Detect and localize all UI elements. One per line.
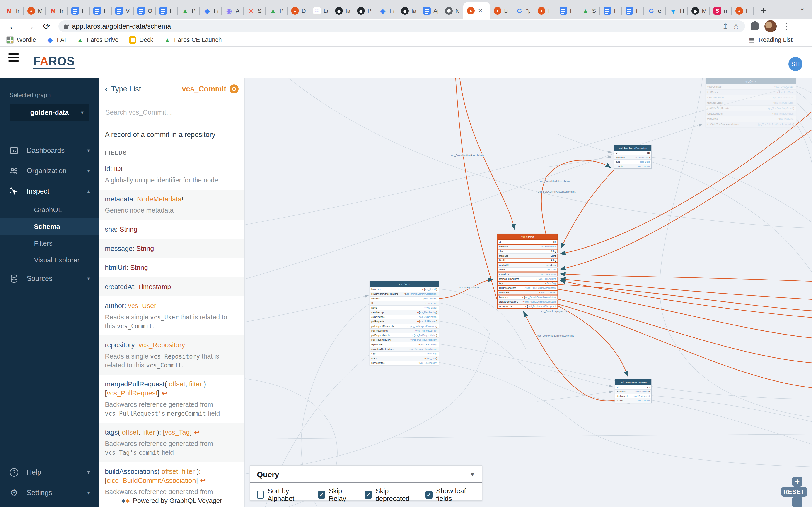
node-field-metadata[interactable]: metadataNodeMetadata! — [615, 389, 651, 394]
sidebar-subitem-schema[interactable]: Schema — [0, 218, 99, 235]
checkbox-icon[interactable]: ✓ — [365, 491, 372, 499]
node-field-organizations[interactable]: organizations↩[vcs_Organization] — [370, 315, 439, 319]
browser-tab[interactable]: ➤H — [666, 3, 688, 19]
reload-icon[interactable]: ⟳ — [43, 21, 50, 31]
sidebar-subitem-filters[interactable]: Filters — [0, 235, 99, 252]
share-icon[interactable]: ↥ — [722, 22, 729, 31]
field-row-id[interactable]: id: ID!A globally unique identifier for … — [99, 159, 245, 190]
browser-tab[interactable]: Ap — [419, 3, 441, 19]
browser-tab[interactable]: ▲M — [24, 3, 46, 19]
node-field-commits[interactable]: commits↩[vcs_Commit] — [370, 296, 439, 301]
browser-tab[interactable]: Ve — [112, 3, 134, 19]
faros-logo[interactable]: FAROS — [33, 54, 75, 68]
node-field-tags[interactable]: tags↩[vcs_Tag] — [370, 351, 439, 356]
forward-icon[interactable]: → — [26, 21, 35, 31]
browser-tab[interactable]: ◆Fa — [375, 3, 397, 19]
node-field-testSuiteTestCaseAssociations[interactable]: testSuiteTestCaseAssociations↩[qa_TestSu… — [706, 121, 796, 127]
browser-tab[interactable]: Fa — [68, 3, 90, 19]
node-field-branches[interactable]: branches↩[vcs_Branch] — [370, 287, 439, 291]
graph-node-vcs_Query[interactable]: vcs_Querybranches↩[vcs_Branch]branchComm… — [369, 281, 439, 365]
node-field-testSuites[interactable]: testSuites↩[qa_TestSuite] — [706, 116, 796, 121]
node-field-userIdentities[interactable]: userIdentities↩[vcs_UserIdentity] — [370, 360, 439, 365]
browser-tab[interactable]: ▲Fa — [534, 3, 556, 19]
checkbox-icon[interactable] — [257, 491, 264, 499]
node-field-files[interactable]: files↩[vcs_File] — [370, 301, 439, 305]
node-field-pullRequestLabels[interactable]: pullRequestLabels↩[vcs_PullRequestLabel] — [370, 333, 439, 337]
node-field-pullRequestFiles[interactable]: pullRequestFiles↩[vcs_PullRequestFile] — [370, 328, 439, 333]
schema-graph-canvas[interactable]: vcs_Querybranches↩[vcs_Branch]branchComm… — [245, 78, 812, 507]
graph-selector[interactable]: golden-data ▾ — [9, 104, 90, 121]
node-field-users[interactable]: users↩[vcs_User] — [370, 356, 439, 360]
browser-tab[interactable]: fa — [332, 3, 353, 19]
browser-tab[interactable]: ▲Fa — [732, 3, 754, 19]
extensions-icon[interactable] — [751, 22, 759, 30]
node-field-branches[interactable]: branches↩[vcs_BranchCommitAssociation] — [498, 295, 558, 299]
node-field-branchCommitAssociations[interactable]: branchCommitAssociations↩[vcs_BranchComm… — [370, 291, 439, 296]
bookmark-star-icon[interactable]: ☆ — [732, 22, 739, 31]
node-field-message[interactable]: messageString — [498, 253, 558, 258]
tab-strip[interactable]: MIn▲MMInFaFaVeOFa▲Pr◆Fa◉Ai✕Sy▲Pl▲Da∷Lefa… — [0, 0, 812, 19]
node-field-labels[interactable]: labels↩[vcs_Label] — [370, 305, 439, 310]
browser-tab[interactable]: ◆Fa — [200, 3, 221, 19]
node-title[interactable]: vcs_Commit — [498, 234, 558, 240]
field-row-createdAt[interactable]: createdAt: Timestamp — [99, 277, 245, 296]
graph-node-qa_Query[interactable]: qa_QuerycodeQualities↩[qa_CodeQuality]te… — [706, 78, 796, 127]
checkbox-icon[interactable]: ✓ — [318, 491, 325, 499]
browser-tab[interactable]: Sm — [710, 3, 732, 19]
field-row-metadata[interactable]: metadata: NodeMetadata!Generic node meta… — [99, 190, 245, 220]
node-field-artifactAssociations[interactable]: artifactAssociations↩[cicd_ArtifactCommi… — [498, 299, 558, 304]
browser-tab[interactable]: Fa — [600, 3, 622, 19]
address-bar[interactable]: app.faros.ai/golden-data/schema ↥ ☆ — [58, 20, 745, 32]
node-field-build[interactable]: buildcicd_Build — [614, 159, 651, 164]
bookmark-item[interactable]: ▲Faros Drive — [77, 37, 119, 44]
node-title[interactable]: qa_Query — [706, 78, 796, 84]
node-title[interactable]: vcs_Query — [370, 281, 439, 287]
field-row-mergedPullRequest[interactable]: mergedPullRequest( offset, filter ): [vc… — [99, 375, 245, 423]
node-field-repository[interactable]: repositoryvcs_Repository — [498, 272, 558, 276]
zoom-reset-button[interactable]: RESET — [781, 487, 807, 497]
node-field-id[interactable]: idID! — [498, 240, 558, 244]
node-field-buildAssociations[interactable]: buildAssociations↩[cicd_BuildCommitAssoc… — [498, 286, 558, 290]
zoom-out-button[interactable]: − — [792, 497, 803, 507]
option-sort-by-alphabet[interactable]: Sort by Alphabet — [257, 487, 309, 502]
sidebar-item-sources[interactable]: Sources▾ — [0, 269, 99, 289]
browser-tab[interactable]: Fa — [90, 3, 112, 19]
browser-tab[interactable]: ▲Da — [288, 3, 309, 19]
node-field-mergedPullRequest[interactable]: mergedPullRequest↩[vcs_PullRequest] — [498, 276, 558, 281]
node-field-metadata[interactable]: metadataNodeMetadata! — [614, 155, 651, 160]
back-to-type-list-button[interactable]: ‹ Type List — [105, 84, 141, 94]
node-field-deployments[interactable]: deployments↩[cicd_DeploymentChangeset] — [498, 304, 558, 308]
browser-tab[interactable]: N — [441, 3, 463, 19]
field-row-htmlUrl[interactable]: htmlUrl: String — [99, 258, 245, 277]
bookmark-item[interactable]: ▲Faros CE Launch — [164, 37, 222, 44]
node-field-repositories[interactable]: repositories↩[vcs_Repository] — [370, 342, 439, 347]
node-field-pullRequestReviews[interactable]: pullRequestReviews↩[vcs_PullRequestRevie… — [370, 337, 439, 342]
browser-tab[interactable]: G"p — [512, 3, 534, 19]
sidebar-item-settings[interactable]: ⚙Settings▾ — [0, 483, 99, 503]
field-row-author[interactable]: author: vcs_UserReads a single vcs_User … — [99, 296, 245, 335]
node-field-commit[interactable]: commitvcs_Commit — [614, 164, 651, 168]
tab-search-icon[interactable]: ⌄ — [800, 4, 805, 12]
node-field-testCases[interactable]: testCases↩[qa_TestCase] — [706, 90, 796, 95]
browser-tab[interactable]: Fa — [156, 3, 177, 19]
sidebar-item-dashboards[interactable]: Dashboards▾ — [0, 140, 99, 161]
field-row-repository[interactable]: repository: vcs_RepositoryReads a single… — [99, 335, 245, 375]
new-tab-button[interactable]: + — [761, 5, 766, 16]
graph-node-vcs_Commit[interactable]: vcs_CommitidID!metadataNodeMetadata!shaS… — [497, 234, 558, 309]
browser-tab[interactable]: ▲Li — [490, 3, 512, 19]
browser-tab[interactable]: Pu — [353, 3, 375, 19]
browser-tab[interactable]: ▲Sc — [578, 3, 600, 19]
node-field-deployment[interactable]: deploymentcicd_Deployment — [615, 394, 651, 398]
browser-tab[interactable]: ▲Pr — [177, 3, 200, 19]
field-row-message[interactable]: message: String — [99, 239, 245, 258]
browser-tab[interactable]: ✕Sy — [244, 3, 265, 19]
browser-tab[interactable]: Fa — [556, 3, 578, 19]
node-field-tags[interactable]: tags↩[vcs_Tag] — [498, 281, 558, 286]
node-field-testCaseSteps[interactable]: testCaseSteps↩[qa_TestCaseStep] — [706, 100, 796, 106]
browser-tab-active[interactable]: ▲✕ — [463, 2, 490, 19]
node-field-codeQualities[interactable]: codeQualities↩[qa_CodeQuality] — [706, 84, 796, 90]
node-field-sha[interactable]: shaString — [498, 249, 558, 253]
sidebar-item-inspect[interactable]: Inspect▴ — [0, 181, 99, 202]
node-field-createdAt[interactable]: createdAtTimestamp — [498, 263, 558, 267]
node-field-testCaseStepResults[interactable]: testCaseStepResults↩[qa_TestCaseStepResu… — [706, 106, 796, 111]
